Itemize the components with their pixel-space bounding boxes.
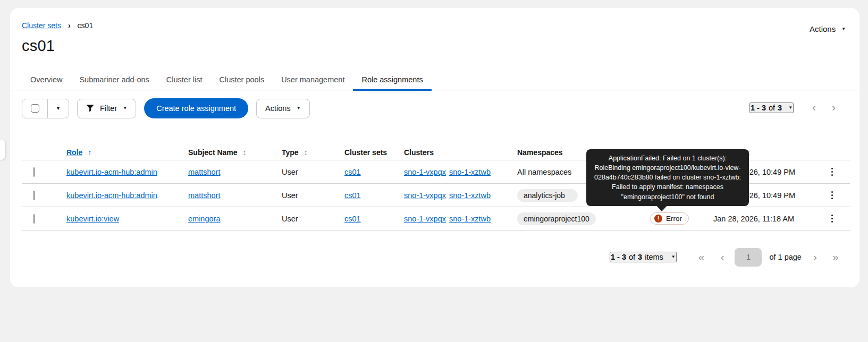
status-label: Error [666, 215, 682, 223]
cluster-set-link[interactable]: cs01 [344, 215, 361, 223]
tab-user-management[interactable]: User management [273, 69, 353, 90]
cluster-link[interactable]: sno-1-vxpqx [404, 191, 446, 200]
table-toolbar: ▼ Filter ▼ Create role assignment Action… [22, 98, 310, 118]
row-checkbox[interactable] [33, 167, 35, 177]
role-link[interactable]: kubevirt.io-acm-hub:admin [66, 168, 157, 176]
subject-link[interactable]: emingora [188, 215, 220, 223]
row-checkbox[interactable] [33, 214, 35, 224]
select-all-checkbox-segment[interactable] [22, 104, 47, 113]
role-link[interactable]: kubevirt.io:view [66, 215, 119, 223]
breadcrumb-current: cs01 [78, 21, 94, 30]
filter-button[interactable]: Filter ▼ [77, 99, 136, 118]
subject-link[interactable]: mattshort [188, 191, 220, 200]
cluster-link[interactable]: sno-1-vxpqx [404, 168, 446, 176]
tab-bar: Overview Submariner add-ons Cluster list… [22, 69, 432, 90]
error-status-badge[interactable]: ! Error [650, 212, 689, 225]
column-header-type[interactable]: Type ↕ [282, 148, 344, 157]
column-header-role[interactable]: Role ↑ [66, 148, 188, 157]
cluster-link[interactable]: sno-1-xztwb [449, 168, 491, 176]
pagination-prev-page-button[interactable]: ‹ [720, 250, 724, 264]
pagination-bottom: 1 - 3 of 3 items ▼ « ‹ 1 of 1 page › » [610, 247, 839, 267]
error-icon: ! [654, 215, 662, 223]
tab-role-assignments[interactable]: Role assignments [353, 69, 431, 90]
column-header-cluster-sets[interactable]: Cluster sets [344, 148, 404, 157]
caret-down-icon: ▼ [841, 27, 846, 31]
chevron-right-icon: › [68, 22, 71, 29]
cluster-link[interactable]: sno-1-xztwb [449, 191, 491, 200]
row-kebab-menu-button[interactable] [829, 166, 836, 178]
created-cell: Jan 28, 2026, 11:18 AM [707, 215, 814, 223]
cluster-link[interactable]: sno-1-vxpqx [404, 215, 446, 223]
caret-down-icon: ▼ [788, 106, 793, 110]
bulk-select-split-button: ▼ [22, 99, 69, 118]
row-kebab-menu-button[interactable] [829, 212, 836, 225]
caret-down-icon: ▼ [123, 106, 127, 110]
sort-icon: ↕ [304, 148, 308, 157]
pagination-first-page-button[interactable]: « [698, 250, 705, 264]
role-link[interactable]: kubevirt.io-acm-hub:admin [66, 191, 157, 200]
tab-overview[interactable]: Overview [22, 69, 71, 90]
namespace-pill: analytics-job [517, 189, 578, 202]
pagination-bottom-of: of [629, 253, 635, 261]
caret-down-icon: ▼ [297, 106, 301, 110]
breadcrumb: Cluster sets › cs01 [22, 21, 93, 30]
bulk-select-menu-toggle[interactable]: ▼ [48, 106, 69, 111]
page: Cluster sets › cs01 Actions ▼ cs01 Overv… [0, 0, 868, 342]
toolbar-actions-label: Actions [265, 104, 291, 113]
pagination-top-prev-button[interactable]: ‹ [812, 100, 816, 115]
create-role-assignment-label: Create role assignment [156, 104, 236, 113]
page-title: cs01 [22, 37, 55, 55]
error-tooltip: ApplicationFailed: Failed on 1 cluster(s… [586, 149, 749, 206]
tab-cluster-list[interactable]: Cluster list [158, 69, 211, 90]
caret-down-icon: ▼ [671, 255, 676, 259]
subject-link[interactable]: mattshort [188, 168, 220, 176]
pagination-top-menu[interactable]: 1 - 3 of 3 ▼ [749, 102, 794, 113]
create-role-assignment-button[interactable]: Create role assignment [144, 98, 248, 118]
row-kebab-menu-button[interactable] [829, 189, 836, 202]
row-checkbox[interactable] [33, 191, 35, 200]
type-cell: User [282, 215, 344, 223]
sort-icon: ↕ [243, 148, 247, 157]
tab-submariner-add-ons[interactable]: Submariner add-ons [71, 69, 157, 90]
cluster-set-link[interactable]: cs01 [344, 191, 361, 200]
cluster-link[interactable]: sno-1-xztwb [449, 215, 491, 223]
pagination-bottom-menu[interactable]: 1 - 3 of 3 items ▼ [610, 252, 677, 262]
page-actions-label: Actions [810, 24, 836, 33]
filter-label: Filter [100, 104, 117, 113]
pagination-last-page-button[interactable]: » [832, 250, 839, 264]
tooltip-arrow [654, 203, 669, 211]
pagination-bottom-range: 1 - 3 [611, 253, 626, 261]
pagination-bottom-total: 3 [638, 253, 642, 261]
breadcrumb-link-cluster-sets[interactable]: Cluster sets [22, 21, 61, 30]
column-header-subject-name[interactable]: Subject Name ↕ [188, 148, 282, 157]
type-cell: User [282, 168, 344, 176]
select-all-checkbox[interactable] [31, 104, 39, 113]
pagination-top-total: 3 [778, 104, 782, 112]
filter-icon [86, 105, 94, 112]
caret-down-icon: ▼ [56, 106, 61, 111]
drawer-handle[interactable] [0, 140, 5, 160]
table-row: kubevirt.io:view emingora User cs01 sno-… [22, 207, 850, 230]
pagination-top-nav: ‹ › [812, 100, 836, 115]
current-page-input[interactable]: 1 [735, 248, 762, 267]
page-actions-button[interactable]: Actions ▼ [810, 24, 846, 33]
type-cell: User [282, 191, 344, 200]
toolbar-actions-button[interactable]: Actions ▼ [256, 99, 309, 118]
pagination-top-of: of [769, 104, 775, 112]
pagination-top-next-button[interactable]: › [832, 100, 836, 115]
column-header-clusters[interactable]: Clusters [404, 148, 517, 157]
pagination-top-range: 1 - 3 [751, 104, 766, 112]
pagination-bottom-items: items [645, 253, 663, 261]
tab-cluster-pools[interactable]: Cluster pools [211, 69, 273, 90]
pagination-next-page-button[interactable]: › [813, 250, 817, 264]
page-count-label: of 1 page [769, 253, 801, 261]
namespace-pill: emingoraproject100 [517, 212, 596, 225]
sort-ascending-icon: ↑ [88, 148, 91, 157]
cluster-set-link[interactable]: cs01 [344, 168, 361, 176]
